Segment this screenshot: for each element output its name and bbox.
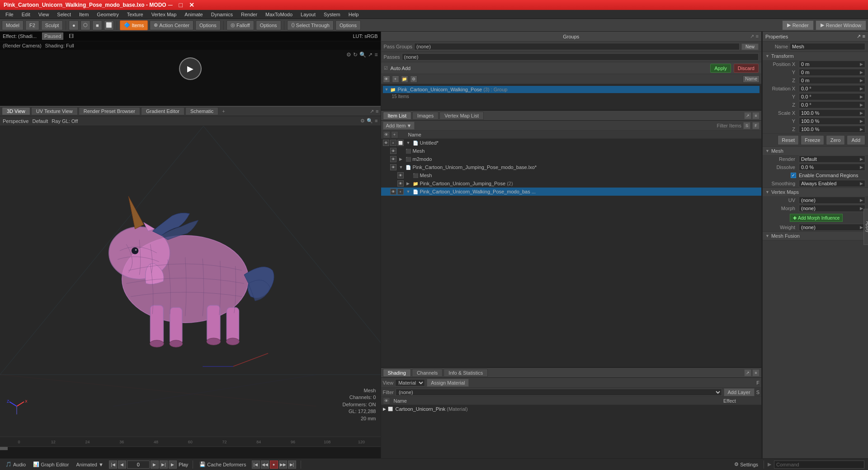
lock-btn[interactable]: + xyxy=(390,140,396,146)
expand-vp-icon[interactable]: ↗ xyxy=(370,108,374,114)
group-item-unicorn-walking[interactable]: ▼ 📁 Pink_Cartoon_Unicorn_Walking_Pose (3… xyxy=(383,86,760,93)
tab-gradient[interactable]: Gradient Editor xyxy=(141,107,184,115)
maximize-button[interactable]: □ xyxy=(177,1,184,9)
cache-deformers-button[interactable]: 💾 Cache Deformers xyxy=(198,461,248,468)
settings-icon[interactable]: ⚙ xyxy=(346,52,351,58)
pass-groups-value[interactable]: (none) xyxy=(414,43,740,50)
render-value[interactable]: Default ▶ xyxy=(799,155,865,163)
prev-start-button[interactable]: |◀ xyxy=(109,461,117,469)
col-add-icon[interactable]: + xyxy=(391,131,398,138)
next-frame-button[interactable]: ▶ xyxy=(151,461,159,469)
add-item-button[interactable]: Add Item ▼ xyxy=(383,122,415,130)
smoothing-value[interactable]: Always Enabled ▶ xyxy=(799,180,865,187)
passes-value[interactable]: (none) xyxy=(402,53,759,61)
close-button[interactable]: ✕ xyxy=(187,1,196,9)
add-btn-7[interactable]: + xyxy=(397,188,404,195)
vp-search-icon[interactable]: 🔍 xyxy=(367,118,373,124)
tab-images[interactable]: Images xyxy=(412,112,439,120)
transform-header[interactable]: ▼ Transform xyxy=(763,52,868,60)
props-expand-icon[interactable]: ↗ xyxy=(857,33,861,39)
assign-material-button[interactable]: Assign Material xyxy=(427,379,469,387)
sync-icon[interactable]: ↻ xyxy=(353,52,358,58)
tree-row-jumping-pose[interactable]: 👁 ▼ 📄 Pink_Cartoon_Unicorn_Jumping_Pose_… xyxy=(381,163,762,171)
scale-z-value[interactable]: 100.0 % ▶ xyxy=(799,126,865,133)
rot-z-value[interactable]: 0.0 ° ▶ xyxy=(799,101,865,108)
dissolve-value[interactable]: 0.0 % ▶ xyxy=(799,164,865,171)
f2-button[interactable]: F2 xyxy=(25,20,39,30)
pos-y-value[interactable]: 0 m ▶ xyxy=(799,69,865,76)
vp-default[interactable]: Default xyxy=(32,118,48,124)
scale-y-value[interactable]: 100.0 % ▶ xyxy=(799,118,865,125)
prev-frame-button[interactable]: ◀ xyxy=(118,461,126,469)
next-end-button[interactable]: ▶| xyxy=(160,461,168,469)
menu-dynamics[interactable]: Dynamics xyxy=(208,11,236,18)
shading-menu-icon[interactable]: ≡ xyxy=(752,369,760,376)
item-menu-icon[interactable]: ≡ xyxy=(752,112,760,119)
record-end-btn[interactable]: ▶| xyxy=(288,461,296,469)
menu-system[interactable]: System xyxy=(320,11,344,18)
vp-gear-icon[interactable]: ≡ xyxy=(375,118,377,124)
groups-settings-btn[interactable]: ⚙ xyxy=(410,75,417,83)
tab-schematic[interactable]: Schematic xyxy=(185,107,218,115)
zoom-icon[interactable]: 🔍 xyxy=(359,52,366,58)
mode-verts-button[interactable]: ● xyxy=(69,20,79,30)
reset-button[interactable]: Reset xyxy=(778,135,799,145)
vp-perspective[interactable]: Perspective xyxy=(3,118,28,124)
new-button[interactable]: New xyxy=(741,43,759,50)
pos-x-value[interactable]: 0 m ▶ xyxy=(799,61,865,68)
items-button[interactable]: 🔷 Items xyxy=(120,20,148,30)
eye-btn-3[interactable]: 👁 xyxy=(390,156,396,162)
tree-row-walking-pose[interactable]: 👁 + ▼ 📄 Pink_Cartoon_Unicorn_Walking_Pos… xyxy=(381,188,762,196)
frame-input[interactable] xyxy=(127,461,150,469)
vp-raygl[interactable]: Ray GL: Off xyxy=(52,118,78,124)
shading-row-unicorn-pink[interactable]: ▶ ⬜ Cartoon_Unicorn_Pink (Material) xyxy=(381,405,762,413)
audio-button[interactable]: 🎵 Audio xyxy=(4,461,28,468)
groups-eye-btn[interactable]: 👁 xyxy=(383,75,390,83)
select-options-button[interactable]: Options xyxy=(335,20,361,30)
tree-row-mesh-1[interactable]: 👁 ⬛ Mesh xyxy=(381,147,762,155)
timeline-strip[interactable] xyxy=(0,450,381,458)
name-value[interactable]: Mesh xyxy=(790,43,865,50)
tab-channels[interactable]: Channels xyxy=(412,369,443,377)
arrow-icon[interactable]: ↗ xyxy=(368,52,373,58)
filter-f-btn[interactable]: F xyxy=(752,122,760,129)
menu-geometry[interactable]: Geometry xyxy=(93,11,122,18)
morph-value[interactable]: (none) ▶ xyxy=(799,205,865,212)
options-button[interactable]: Options xyxy=(195,20,221,30)
apply-button[interactable]: Apply xyxy=(710,64,731,73)
weight-value[interactable]: (none) ▶ xyxy=(799,224,865,231)
filter-select[interactable]: (none) xyxy=(396,389,722,396)
animated-button[interactable]: Animated ▼ xyxy=(75,461,105,468)
rot-x-value[interactable]: 0.0 ° ▶ xyxy=(799,85,865,92)
menu-edit[interactable]: Edit xyxy=(18,11,34,18)
graph-editor-button[interactable]: 📊 Graph Editor xyxy=(31,461,71,468)
progress-bar[interactable] xyxy=(0,446,381,450)
record-back-btn[interactable]: ◀◀ xyxy=(261,461,269,469)
mode-edges-button[interactable]: ⬡ xyxy=(80,20,90,30)
add-transform-button[interactable]: Add xyxy=(847,135,865,145)
eye-btn-7[interactable]: 👁 xyxy=(390,188,396,195)
menu-vp-icon[interactable]: ≡ xyxy=(376,108,378,114)
discard-button[interactable]: Discard xyxy=(734,64,759,73)
expand-icon[interactable]: ↗ xyxy=(750,33,754,39)
menu-help[interactable]: Help xyxy=(345,11,363,18)
zero-button[interactable]: Zero xyxy=(826,135,844,145)
eye-btn[interactable]: 👁 xyxy=(383,140,389,146)
mode-faces-button[interactable]: ■ xyxy=(92,20,102,30)
select-through-button[interactable]: ⟨⟩ Select Through xyxy=(287,20,334,30)
record-fwd-btn[interactable]: ▶▶ xyxy=(279,461,287,469)
model-button[interactable]: Model xyxy=(2,20,24,30)
menu-file[interactable]: File xyxy=(2,11,17,18)
tab-render-preset[interactable]: Render Preset Browser xyxy=(79,107,140,115)
menu-icon[interactable]: ≡ xyxy=(374,52,377,58)
record-start-btn[interactable]: |◀ xyxy=(252,461,260,469)
enable-command-checkbox[interactable]: ✓ xyxy=(791,173,796,178)
menu-render[interactable]: Render xyxy=(237,11,261,18)
rot-y-value[interactable]: 0.0 ° ▶ xyxy=(799,93,865,100)
groups-folder-btn[interactable]: 📁 xyxy=(401,75,408,83)
tab-info-stats[interactable]: Info & Statistics xyxy=(443,369,488,377)
play-button-bottom[interactable]: ▶ xyxy=(169,461,177,469)
filter-s-btn[interactable]: S xyxy=(743,122,750,129)
tab-item-list[interactable]: Item List xyxy=(383,112,412,120)
action-center-button[interactable]: ⊕ Action Center xyxy=(150,20,193,30)
